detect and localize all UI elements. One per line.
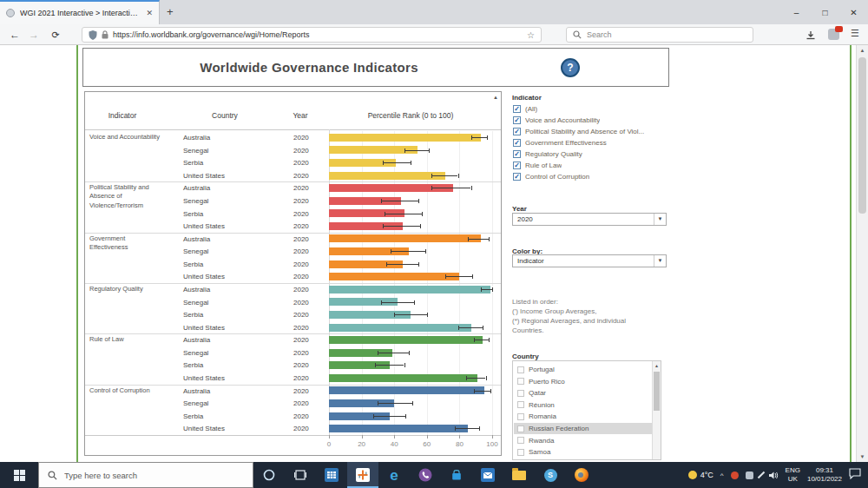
- checkbox-checked-icon[interactable]: ✓: [513, 150, 521, 158]
- indicator-filter-item[interactable]: ✓Control of Corruption: [513, 171, 674, 181]
- cortana-icon[interactable]: [253, 462, 285, 488]
- page-scrollbar[interactable]: ▲ ▼: [856, 45, 868, 462]
- menu-button[interactable]: ☰: [851, 28, 859, 39]
- viber-icon[interactable]: [410, 462, 441, 488]
- file-explorer-icon[interactable]: [503, 462, 535, 488]
- lock-icon[interactable]: [102, 30, 108, 39]
- forward-button[interactable]: →: [26, 27, 42, 43]
- percentile-bar[interactable]: [329, 172, 445, 180]
- tableau-app-icon[interactable]: [347, 462, 378, 488]
- tracking-protection-shield-icon[interactable]: [89, 30, 97, 40]
- year-dropdown[interactable]: 2020 ▼: [512, 213, 667, 226]
- scrollbar-thumb[interactable]: [858, 57, 866, 214]
- weather-widget[interactable]: 4°C: [688, 471, 713, 479]
- country-filter-item[interactable]: Romania: [514, 411, 652, 422]
- mail-app-icon[interactable]: [472, 462, 503, 488]
- reload-button[interactable]: ⟳: [48, 27, 63, 43]
- country-filter-item[interactable]: Samoa: [514, 446, 652, 458]
- indicator-filter-item[interactable]: ✓Regulatory Quality: [513, 148, 674, 159]
- tab-close-icon[interactable]: ✕: [146, 9, 153, 17]
- bookmark-star-icon[interactable]: ☆: [527, 30, 535, 40]
- indicator-row-label[interactable]: GovernmentEffectiveness: [89, 234, 176, 252]
- country-filter-item[interactable]: Réunion: [514, 399, 652, 411]
- browser-tab[interactable]: WGI 2021 Interactive > Interactive Data …: [0, 0, 160, 24]
- spreadsheet-app-icon[interactable]: [316, 462, 347, 488]
- indicator-row-label[interactable]: Regulatory Quality: [89, 285, 176, 293]
- chart-scroll-up-icon[interactable]: ▲: [493, 95, 498, 100]
- language-indicator[interactable]: ENG UK: [786, 466, 800, 484]
- tray-expand-icon[interactable]: ^: [720, 472, 724, 479]
- checkbox-unchecked-icon[interactable]: [517, 366, 524, 373]
- action-center-icon[interactable]: [849, 467, 861, 483]
- adblock-extension-icon[interactable]: [828, 29, 839, 40]
- checkbox-checked-icon[interactable]: ✓: [513, 162, 521, 169]
- indicator-filter-item[interactable]: ✓Voice and Accountability: [513, 115, 674, 125]
- percentile-bar[interactable]: [329, 374, 477, 382]
- task-view-icon[interactable]: [285, 462, 316, 488]
- percentile-bar[interactable]: [329, 286, 490, 293]
- indicator-row-label[interactable]: Control of Corruption: [89, 386, 176, 395]
- window-maximize-button[interactable]: □: [811, 0, 839, 24]
- start-button[interactable]: [0, 462, 38, 488]
- browser-search-input[interactable]: [587, 30, 726, 39]
- indicator-filter-item[interactable]: ✓Government Effectiveness: [513, 137, 674, 148]
- firefox-icon[interactable]: [566, 462, 597, 488]
- edge-icon[interactable]: e: [378, 462, 410, 488]
- percentile-bar[interactable]: [329, 273, 459, 280]
- indicator-filter-item[interactable]: ✓Rule of Law: [513, 160, 674, 170]
- checkbox-unchecked-icon[interactable]: [517, 425, 524, 432]
- scroll-up-arrow-icon[interactable]: ▲: [653, 363, 661, 368]
- country-filter-item[interactable]: San Marino: [514, 458, 652, 460]
- window-minimize-button[interactable]: –: [782, 0, 811, 24]
- skype-icon[interactable]: S: [535, 462, 566, 488]
- tray-notification-icon[interactable]: [731, 472, 739, 479]
- checkbox-unchecked-icon[interactable]: [517, 401, 524, 408]
- indicator-row-label[interactable]: Rule of Law: [89, 335, 176, 344]
- checkbox-unchecked-icon[interactable]: [517, 413, 524, 420]
- back-button[interactable]: ←: [7, 27, 23, 43]
- window-close-button[interactable]: ✕: [839, 0, 868, 24]
- percentile-bar[interactable]: [329, 386, 484, 394]
- country-list-scrollbar[interactable]: ▲: [652, 361, 661, 459]
- percentile-bar[interactable]: [329, 324, 471, 332]
- country-filter-item[interactable]: Rwanda: [514, 435, 652, 446]
- country-filter-item[interactable]: Russian Federation: [514, 423, 652, 434]
- scrollbar-thumb[interactable]: [654, 372, 660, 411]
- indicator-filter-item[interactable]: ✓Political Stability and Absence of Viol…: [513, 126, 674, 136]
- indicator-row-label[interactable]: Political Stability andAbsence ofViolenc…: [89, 183, 176, 209]
- indicator-filter-item[interactable]: ✓(All): [513, 103, 674, 114]
- checkbox-unchecked-icon[interactable]: [517, 378, 524, 385]
- checkbox-checked-icon[interactable]: ✓: [513, 105, 521, 113]
- percentile-bar[interactable]: [329, 336, 483, 344]
- checkbox-unchecked-icon[interactable]: [517, 390, 524, 397]
- pen-icon[interactable]: [757, 472, 764, 478]
- country-filter-item[interactable]: Portugal: [514, 364, 652, 375]
- percentile-bar[interactable]: [329, 234, 481, 242]
- scroll-down-arrow-icon[interactable]: ▼: [857, 454, 868, 459]
- checkbox-checked-icon[interactable]: ✓: [513, 116, 521, 124]
- url-bar[interactable]: https://info.worldbank.org/governance/wg…: [82, 27, 542, 43]
- country-filter-item[interactable]: Puerto Rico: [514, 376, 652, 387]
- volume-icon[interactable]: [769, 472, 779, 479]
- country-filter-item[interactable]: Qatar: [514, 387, 652, 399]
- checkbox-unchecked-icon[interactable]: [517, 449, 524, 456]
- checkbox-checked-icon[interactable]: ✓: [513, 128, 521, 135]
- taskbar-search-input[interactable]: [64, 471, 229, 480]
- checkbox-unchecked-icon[interactable]: [517, 437, 524, 444]
- browser-search-bar[interactable]: [566, 27, 753, 43]
- indicator-row-label[interactable]: Voice and Accountability: [89, 133, 176, 142]
- chevron-down-icon[interactable]: ▼: [654, 255, 666, 267]
- downloads-button[interactable]: [806, 29, 816, 44]
- chevron-down-icon[interactable]: ▼: [654, 214, 666, 225]
- tray-app-icon[interactable]: [746, 472, 753, 479]
- percentile-bar[interactable]: [329, 134, 481, 142]
- checkbox-checked-icon[interactable]: ✓: [513, 139, 521, 147]
- color-by-dropdown[interactable]: Indicator ▼: [512, 254, 667, 267]
- checkbox-checked-icon[interactable]: ✓: [513, 173, 521, 181]
- clock[interactable]: 09:31 10/01/2022: [807, 466, 842, 484]
- taskbar-search-box[interactable]: [38, 462, 253, 488]
- new-tab-button[interactable]: +: [167, 5, 174, 18]
- percentile-bar[interactable]: [329, 425, 468, 432]
- scroll-up-arrow-icon[interactable]: ▲: [857, 48, 868, 53]
- microsoft-store-icon[interactable]: [441, 462, 472, 488]
